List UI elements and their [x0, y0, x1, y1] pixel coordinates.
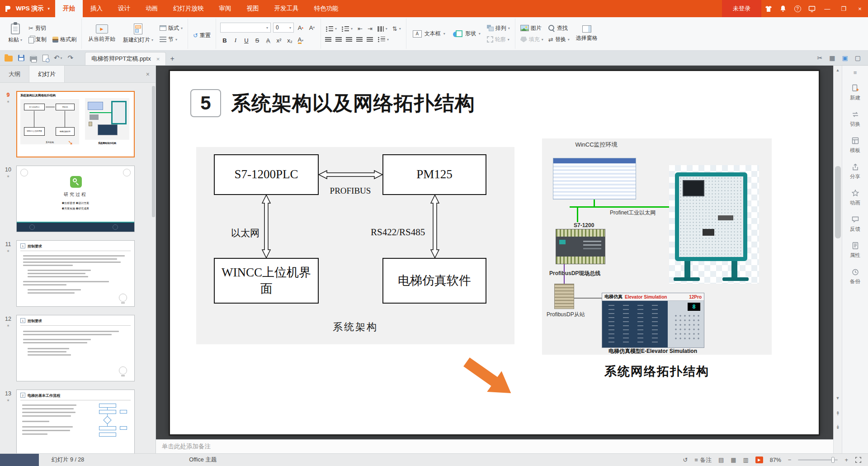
- align-justify-button[interactable]: [356, 37, 363, 42]
- undo-button[interactable]: ↶▾: [54, 54, 62, 62]
- interface-switch-button[interactable]: [805, 0, 819, 17]
- align-distribute-button[interactable]: [367, 37, 373, 42]
- align-right-button[interactable]: [346, 37, 352, 42]
- text-direction-button[interactable]: ⇅▾: [392, 25, 402, 33]
- topology-diagram[interactable]: WinCC监控环境 Profinet工业以太网 S7-1200 Profibus…: [542, 138, 772, 355]
- sidebar-item-feedback[interactable]: 反馈: [842, 211, 868, 237]
- superscript-button[interactable]: x²: [274, 36, 283, 45]
- scroll-down-icon[interactable]: ▼: [834, 396, 842, 400]
- slide-number-badge[interactable]: 5: [190, 89, 221, 117]
- format-painter-button[interactable]: 格式刷: [52, 35, 77, 44]
- subscript-button[interactable]: x₂: [285, 36, 294, 45]
- tab-home[interactable]: 开始: [55, 0, 83, 17]
- maximize-button[interactable]: ❐: [835, 0, 852, 17]
- box-elevator-sim[interactable]: 电梯仿真软件: [382, 258, 486, 304]
- increase-font-button[interactable]: A▴: [296, 23, 305, 32]
- print-icon[interactable]: [30, 56, 37, 62]
- align-center-button[interactable]: [335, 37, 342, 42]
- underline-button[interactable]: U: [242, 36, 251, 45]
- document-tab[interactable]: 电梯答辩PPT定稿.pptx ×: [85, 52, 166, 65]
- paste-button[interactable]: 粘贴▾: [6, 23, 24, 45]
- slide-thumbnail-12[interactable]: 12✶ 1 控制要求: [0, 315, 156, 381]
- arrange-button[interactable]: 排列▾: [486, 24, 511, 33]
- reset-button[interactable]: ↺重置: [192, 31, 212, 40]
- zoom-out-button[interactable]: −: [788, 456, 792, 463]
- slide-9[interactable]: 5 系统架构以及网络拓扑结构 S7-1200PLC PM125 WINCC上位机…: [170, 71, 819, 434]
- reading-view-button[interactable]: ▥: [743, 456, 748, 463]
- slide-thumbnail-9[interactable]: 9✶ 系统架构以及网络拓扑结构 S7-1200PLC PM125 WINCC上位…: [0, 91, 156, 157]
- increase-indent-button[interactable]: ⇥: [367, 25, 373, 33]
- next-slide-icon[interactable]: ↡: [834, 424, 842, 430]
- tab-outline[interactable]: 大纲: [0, 66, 29, 82]
- sidebar-item-properties[interactable]: 属性: [842, 237, 868, 263]
- decrease-indent-button[interactable]: ⇤: [357, 25, 363, 33]
- architecture-diagram[interactable]: S7-1200PLC PM125 WINCC上位机界面 电梯仿真软件 PROFI…: [196, 147, 514, 344]
- tab-slideshow[interactable]: 幻灯片放映: [165, 0, 212, 17]
- copy-button[interactable]: 复制: [28, 35, 47, 44]
- slide-thumbnail-13[interactable]: 13✶ 2 电梯的基本工作流程: [0, 390, 156, 453]
- fill-button[interactable]: 填充▾: [519, 35, 544, 44]
- layout-tool-icon[interactable]: ▢: [855, 54, 861, 62]
- tab-developer[interactable]: 开发工具: [267, 0, 307, 17]
- box-wincc[interactable]: WINCC上位机界面: [214, 258, 319, 304]
- grid-tool-icon[interactable]: ▦: [829, 54, 835, 62]
- save-icon[interactable]: [18, 55, 24, 61]
- help-button[interactable]: ?: [790, 0, 805, 17]
- screenshot-tool-icon[interactable]: ✂: [817, 54, 823, 62]
- previous-slide-icon[interactable]: ↟: [834, 410, 842, 417]
- sidebar-item-template[interactable]: 模板: [842, 132, 868, 158]
- topology-caption[interactable]: 系统网络拓扑结构: [542, 363, 772, 380]
- columns-button[interactable]: ▾: [377, 26, 388, 32]
- open-folder-icon[interactable]: [5, 56, 13, 62]
- collapse-menu-icon[interactable]: ≡: [842, 67, 868, 80]
- sidebar-item-new[interactable]: 新建: [842, 80, 868, 106]
- font-family-select[interactable]: ▾: [220, 23, 271, 33]
- text-box-button[interactable]: A 文本框 ▾: [410, 29, 448, 38]
- zoom-in-button[interactable]: +: [844, 456, 848, 463]
- tab-view[interactable]: 视图: [239, 0, 267, 17]
- strikethrough-button[interactable]: S: [253, 36, 262, 45]
- zoom-slider[interactable]: [798, 459, 838, 461]
- align-left-button[interactable]: [325, 37, 331, 42]
- notification-button[interactable]: [776, 0, 790, 17]
- outline-button[interactable]: 轮廓▾: [486, 35, 511, 44]
- new-slide-button[interactable]: 新建幻灯片▾: [121, 23, 156, 45]
- login-button[interactable]: 未登录: [722, 0, 761, 17]
- panel-close-icon[interactable]: ×: [140, 66, 156, 82]
- new-document-tab-button[interactable]: +: [166, 52, 179, 65]
- history-button[interactable]: ↺: [683, 456, 688, 463]
- line-spacing-button[interactable]: ▾: [377, 36, 390, 43]
- tab-animation[interactable]: 动画: [138, 0, 165, 17]
- selection-pane-button[interactable]: 选择窗格: [574, 24, 600, 43]
- chevron-down-icon[interactable]: ▾: [48, 6, 50, 11]
- bold-button[interactable]: B: [220, 36, 229, 45]
- box-s7-1200plc[interactable]: S7-1200PLC: [214, 154, 319, 195]
- numbered-list-button[interactable]: ▾: [341, 26, 354, 32]
- picture-button[interactable]: 图片: [519, 24, 544, 33]
- minimize-button[interactable]: —: [819, 0, 835, 17]
- tab-review[interactable]: 审阅: [212, 0, 239, 17]
- scrollbar-thumb[interactable]: [835, 166, 841, 238]
- fit-slide-icon[interactable]: [855, 456, 862, 463]
- font-size-select[interactable]: 0▾: [273, 23, 294, 33]
- close-button[interactable]: ×: [852, 0, 868, 17]
- sidebar-item-share[interactable]: 分享: [842, 158, 868, 185]
- app-menu[interactable]: WPS 演示 ▾: [0, 0, 55, 17]
- theme-indicator[interactable]: Office 主题: [189, 456, 217, 464]
- scroll-up-icon[interactable]: ▲: [834, 68, 842, 72]
- sidebar-item-switch[interactable]: 切换: [842, 106, 868, 132]
- text-shadow-button[interactable]: A: [264, 36, 273, 45]
- thumbnail-canvas[interactable]: 系统架构以及网络拓扑结构 S7-1200PLC PM125 WINCC上位机界面…: [16, 91, 135, 157]
- zoom-slider-thumb[interactable]: [831, 457, 835, 463]
- panel-tool-icon[interactable]: ▣: [842, 54, 848, 62]
- slide-sorter-view-button[interactable]: ▦: [731, 456, 736, 463]
- sidebar-item-backup[interactable]: 备份: [842, 263, 868, 290]
- section-button[interactable]: 节▾: [159, 35, 184, 44]
- skin-button[interactable]: [761, 0, 776, 17]
- play-from-current-button[interactable]: 从当前开始: [86, 24, 118, 44]
- slide-title[interactable]: 系统架构以及网络拓扑结构: [231, 90, 475, 117]
- thumbnail-canvas[interactable]: 2 电梯的基本工作流程: [16, 390, 135, 453]
- normal-view-button[interactable]: ▤: [718, 456, 724, 463]
- redo-button[interactable]: ↷: [68, 54, 74, 62]
- print-preview-icon[interactable]: [42, 55, 48, 62]
